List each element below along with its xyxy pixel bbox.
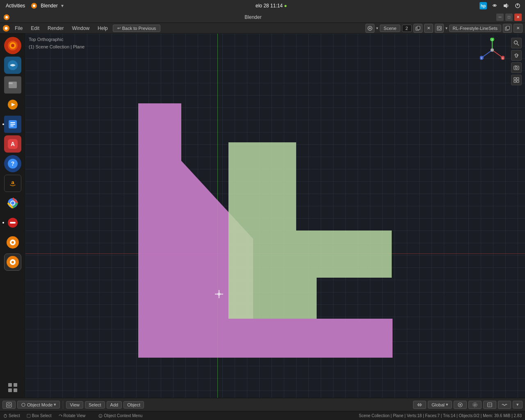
back-icon: ↩	[117, 26, 121, 30]
lineset-copy-btn[interactable]	[503, 24, 512, 33]
volume-icon[interactable]	[502, 2, 510, 10]
app-icon-rhythmbox[interactable]	[4, 96, 21, 113]
hand-tool-btn[interactable]	[511, 50, 522, 61]
viewport[interactable]: Top Orthographic (1) Scene Collection | …	[25, 34, 525, 398]
svg-rect-29	[10, 124, 15, 125]
svg-point-9	[5, 16, 8, 18]
menu-help[interactable]: Help	[94, 25, 111, 32]
collection-label: (1) Scene Collection | Plane	[29, 43, 84, 51]
svg-line-61	[482, 50, 492, 57]
svg-point-1	[33, 5, 35, 7]
system-bar: Activities Blender ▾ elo 28 11:14 ● hp	[0, 0, 525, 11]
scene-number: 2	[402, 25, 412, 32]
transform-orientation-btn[interactable]: Global ▾	[428, 401, 452, 409]
viewport-icon-btn[interactable]	[2, 401, 16, 409]
blender-taskbar-icon[interactable]	[31, 2, 37, 9]
taskbar-app-name[interactable]: Blender	[41, 3, 57, 9]
svg-rect-51	[14, 388, 17, 392]
menu-window[interactable]: Window	[68, 25, 93, 32]
transform-label: Global	[431, 402, 445, 407]
svg-rect-73	[517, 80, 519, 82]
hp-icon[interactable]: hp	[479, 2, 487, 10]
svg-marker-5	[504, 3, 507, 8]
select-btn[interactable]: Select	[85, 401, 105, 409]
svg-rect-86	[27, 414, 30, 418]
object-mode-btn[interactable]: Object Mode ▾	[17, 401, 60, 409]
mouse-icon	[3, 414, 7, 418]
menu-render[interactable]: Render	[44, 25, 67, 32]
right-toolbar	[511, 38, 522, 85]
app-icon-firefox[interactable]	[4, 37, 21, 54]
svg-text:Z: Z	[491, 39, 493, 41]
svg-rect-74	[7, 402, 11, 407]
app-icon-blender2[interactable]	[4, 253, 21, 271]
extra-options-btn[interactable]: ▾	[513, 401, 523, 409]
camera-icon-btn[interactable]	[511, 62, 522, 73]
proportional-edit-btn[interactable]	[468, 401, 482, 409]
menu-edit[interactable]: Edit	[27, 25, 43, 32]
maximize-button[interactable]: □	[505, 14, 513, 21]
add-btn[interactable]: Add	[107, 401, 122, 409]
app-icon-help[interactable]: ?	[4, 155, 21, 172]
viewport-info: Top Orthographic (1) Scene Collection | …	[29, 36, 84, 50]
svg-point-44	[11, 241, 14, 244]
transform-icon-btn[interactable]	[413, 401, 426, 409]
app-icon-libreoffice[interactable]	[4, 116, 21, 133]
status-bar: Select Box Select Rotate View ≡ Object C…	[0, 411, 525, 420]
svg-rect-72	[514, 80, 516, 82]
app-icon-appstore[interactable]: A	[4, 135, 21, 153]
wave-btn[interactable]	[498, 401, 511, 409]
lineset-close-btn[interactable]: ✕	[514, 24, 523, 33]
svg-text:?: ?	[11, 160, 14, 167]
svg-rect-67	[514, 66, 519, 70]
svg-rect-70	[514, 78, 516, 80]
scene-selector[interactable]: Scene	[380, 25, 400, 32]
search-icon-btn[interactable]	[511, 38, 522, 48]
grid-view-btn[interactable]	[511, 75, 522, 85]
back-to-previous-button[interactable]: ↩ Back to Previous	[113, 25, 161, 32]
bottom-center	[413, 401, 426, 409]
app-grid-btn[interactable]	[7, 382, 18, 395]
viewport-gizmo[interactable]: Z X Y	[480, 38, 504, 62]
main-area: A ? a	[0, 34, 525, 398]
app-icon-blender1[interactable]	[4, 234, 21, 251]
svg-point-80	[474, 404, 476, 406]
scene-close-btn[interactable]: ✕	[424, 24, 433, 33]
scene-info-text: Scene Collection | Plane | Verts:18 | Fa…	[359, 413, 522, 418]
status-box-select: Box Select	[27, 413, 52, 418]
power-icon[interactable]	[514, 2, 522, 10]
svg-rect-69	[515, 66, 516, 66]
app-icon-chromium[interactable]	[4, 194, 21, 212]
render-layer-icon[interactable]	[435, 24, 444, 33]
svg-text:a: a	[11, 179, 14, 185]
minimize-button[interactable]: ─	[496, 14, 504, 21]
back-label: Back to Previous	[122, 26, 156, 31]
menu-bar: File Edit Render Window Help ↩ Back to P…	[0, 23, 525, 34]
svg-text:A: A	[10, 141, 14, 147]
app-icon-noentry[interactable]	[4, 214, 21, 231]
menu-file[interactable]: File	[11, 25, 26, 32]
network-icon[interactable]	[491, 2, 499, 10]
snap-extra-btn[interactable]	[483, 401, 496, 409]
svg-text:hp: hp	[481, 4, 486, 8]
scene-copy-btn[interactable]	[413, 24, 422, 33]
app-icon-files[interactable]	[4, 76, 21, 94]
scene-icon-btn[interactable]	[365, 24, 374, 33]
view-btn[interactable]: View	[66, 401, 83, 409]
system-clock: elo 28 11:14 ●	[256, 3, 287, 9]
svg-line-66	[517, 44, 519, 46]
svg-point-22	[11, 44, 14, 47]
header-arrow: ▾	[376, 26, 378, 30]
close-button[interactable]: ✕	[514, 14, 522, 21]
object-btn[interactable]: Object	[123, 401, 144, 409]
lineset-selector[interactable]: RL-Freestyle-LineSets	[449, 25, 501, 32]
svg-rect-41	[10, 222, 16, 224]
activities-button[interactable]: Activities	[3, 2, 27, 9]
viewport-grid	[25, 34, 525, 398]
app-icon-amazon[interactable]: a	[4, 175, 21, 192]
svg-point-68	[516, 67, 518, 69]
snap-icon-btn[interactable]	[454, 401, 467, 409]
box-select-label: Box Select	[32, 413, 52, 418]
svg-point-11	[5, 27, 8, 30]
app-icon-thunderbird[interactable]	[4, 57, 21, 74]
